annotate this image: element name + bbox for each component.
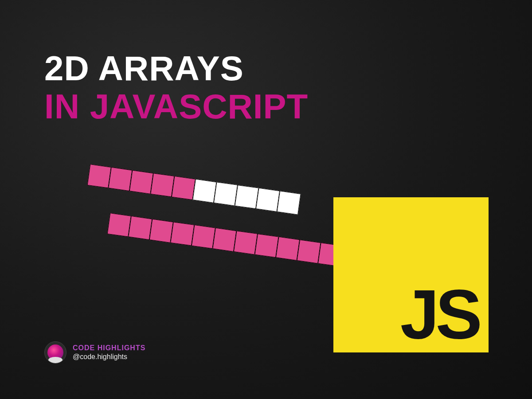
array-cell <box>192 225 215 249</box>
array-cell <box>212 228 236 252</box>
js-logo-text: JS <box>400 281 479 347</box>
array-cell <box>214 182 238 206</box>
array-cell <box>277 191 301 215</box>
array-bar-2 <box>107 213 342 266</box>
array-cell <box>235 185 258 209</box>
brand-handle: @code.highlights <box>73 353 145 361</box>
array-cell <box>87 164 111 188</box>
array-cell <box>107 213 131 237</box>
footer-text: CODE HIGHLIGHTS @code.highlights <box>73 344 145 361</box>
array-cell <box>234 231 258 254</box>
array-cell <box>129 170 153 194</box>
array-cell <box>256 188 280 212</box>
array-cell <box>172 176 196 200</box>
array-cell <box>128 216 152 240</box>
array-cell <box>149 219 173 243</box>
avatar <box>44 341 66 364</box>
array-cell <box>297 239 321 263</box>
array-cell <box>170 222 194 246</box>
title-block: 2D ARRAYS IN JAVASCRIPT <box>44 51 308 124</box>
array-cell <box>108 167 132 191</box>
title-line-2: IN JAVASCRIPT <box>44 89 308 124</box>
avatar-icon <box>47 344 63 360</box>
array-cell <box>276 237 300 261</box>
array-cell <box>150 173 174 197</box>
array-cell <box>254 234 278 258</box>
footer: CODE HIGHLIGHTS @code.highlights <box>44 341 145 364</box>
array-cell <box>192 179 216 203</box>
js-logo: JS <box>333 197 489 352</box>
title-line-1: 2D ARRAYS <box>44 51 308 86</box>
array-bar-1 <box>87 164 301 215</box>
brand-name: CODE HIGHLIGHTS <box>73 344 145 352</box>
